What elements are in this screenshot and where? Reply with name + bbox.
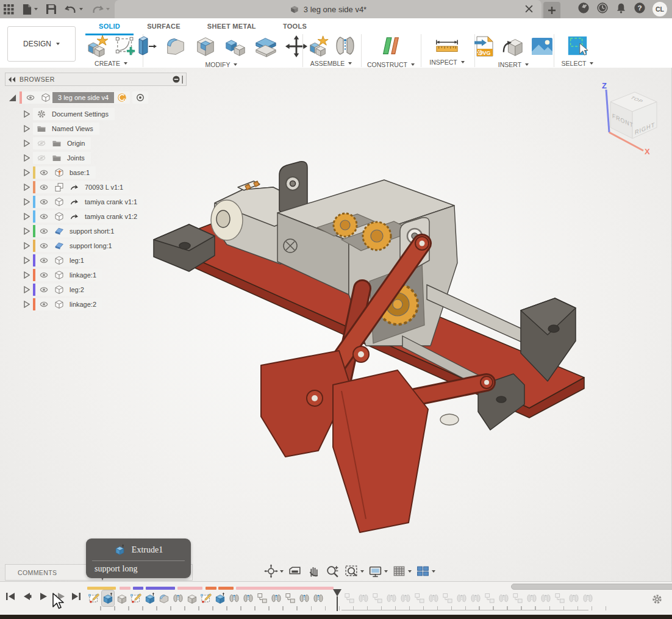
offset-face-icon[interactable] [254,35,278,60]
tree-row[interactable]: support long:1 [5,238,187,253]
node-label[interactable]: support short:1 [70,227,114,235]
tree-row[interactable]: linkage:1 [5,268,187,282]
timeline-feature-suppressed[interactable] [371,590,384,606]
node-label[interactable]: linkage:1 [70,271,96,279]
tree-row[interactable]: Joints [5,151,187,165]
timeline-feature[interactable] [312,590,324,606]
expand-arrow-icon[interactable] [21,140,33,147]
inspect-group-label[interactable]: INSPECT [429,59,465,67]
timeline-feature-suppressed[interactable] [582,590,594,606]
node-label[interactable]: tamiya crank v1:2 [85,213,137,220]
view-cube[interactable]: TOP FRONT RIGHT Z X [592,79,670,156]
notifications-bell-icon[interactable] [615,2,627,16]
visibility-eye-icon[interactable] [37,270,51,281]
expand-arrow-icon[interactable] [21,271,33,279]
root-component-name[interactable]: 3 leg one side v4 [52,92,114,103]
timeline-feature-suppressed[interactable] [498,590,510,606]
visibility-eye-icon[interactable] [37,284,51,295]
expand-arrow-icon[interactable] [21,301,33,308]
create-group-label[interactable]: CREATE [95,60,127,68]
save-button[interactable] [46,4,56,14]
extensions-icon[interactable] [577,2,590,16]
tree-row[interactable]: support short:1 [5,224,187,238]
visibility-eye-icon[interactable] [37,226,51,237]
chevron-down-icon[interactable] [280,570,284,573]
activate-component-radio-icon[interactable] [134,92,147,103]
avatar[interactable]: CL [652,2,667,16]
timeline-feature[interactable] [270,590,282,606]
timeline-feature[interactable] [228,590,240,606]
ribbon-tab[interactable]: TOOLS [270,20,320,35]
insert-derive-icon[interactable] [501,35,524,60]
browser-header[interactable]: BROWSER [5,73,187,86]
expand-arrow-icon[interactable] [21,125,33,132]
visibility-eye-icon[interactable] [37,211,51,222]
timeline-feature[interactable] [88,590,100,606]
timeline-feature-suppressed[interactable] [540,590,552,606]
ribbon-tab[interactable]: SURFACE [134,20,194,35]
expand-arrow-icon[interactable] [21,154,33,162]
close-tab-icon[interactable] [524,4,534,14]
help-icon[interactable]: ? [634,2,646,16]
visibility-eye-icon[interactable] [37,182,51,193]
node-label[interactable]: 70093 L v1:1 [85,184,123,191]
timeline-feature-suppressed[interactable] [413,590,426,606]
timeline-feature[interactable] [214,590,226,606]
play-button[interactable] [38,591,49,602]
ribbon-tab[interactable]: SHEET METAL [194,20,270,35]
update-status-badge-icon[interactable] [115,92,129,103]
insert-canvas-icon[interactable] [531,37,554,59]
tree-row[interactable]: 70093 L v1:1 [5,180,187,195]
chevron-down-icon[interactable] [360,570,364,573]
tree-root-row[interactable]: 3 leg one side v4 [5,90,187,105]
tree-row[interactable]: tamiya crank v1:1 [5,195,187,209]
visibility-eye-icon[interactable] [35,138,48,149]
visibility-eye-icon[interactable] [37,167,51,178]
go-to-end-button[interactable] [71,591,82,602]
collapse-panel-icon[interactable] [8,76,16,83]
node-label[interactable]: base:1 [70,169,90,176]
chevron-down-icon[interactable] [408,570,412,573]
redo-button[interactable] [91,5,110,14]
timeline-feature-suppressed[interactable] [357,590,370,606]
timeline-feature-suppressed[interactable] [526,590,538,606]
timeline-feature-suppressed[interactable] [456,590,468,606]
visibility-eye-icon[interactable] [37,196,51,207]
expand-arrow-icon[interactable] [21,257,33,264]
press-pull-icon[interactable] [135,34,157,61]
fillet-icon[interactable] [164,35,187,60]
tree-row[interactable]: leg:1 [5,253,187,268]
timeline-feature[interactable] [186,590,198,606]
timeline-feature-suppressed[interactable] [343,590,356,606]
select-group-label[interactable]: SELECT [562,60,594,68]
tree-row[interactable]: base:1 [5,165,187,180]
measure-icon[interactable] [434,35,460,58]
timeline-feature[interactable] [130,590,142,606]
undo-button[interactable] [65,5,83,14]
tree-row[interactable]: linkage:2 [5,297,187,312]
timeline-feature[interactable] [144,590,156,606]
node-label[interactable]: Named Views [52,125,93,132]
timeline-feature-suppressed[interactable] [554,590,566,606]
tree-row[interactable]: tamiya crank v1:2 [5,209,187,224]
construct-plane-icon[interactable] [379,34,403,61]
timeline-feature-suppressed[interactable] [484,590,496,606]
expand-arrow-icon[interactable] [21,169,33,176]
viewports-tool[interactable] [414,563,437,579]
visibility-eye-icon[interactable] [37,240,51,251]
shell-icon[interactable] [194,35,217,60]
hide-panel-icon[interactable] [172,75,181,84]
document-tab[interactable]: 3 leg one side v4* [115,0,542,18]
timeline-feature[interactable] [116,590,128,606]
workspace-switcher[interactable]: DESIGN [7,26,76,62]
expand-arrow-icon[interactable] [21,213,33,220]
assemble-group-label[interactable]: ASSEMBLE [310,60,352,68]
new-solid-icon[interactable] [85,34,109,60]
timeline-feature[interactable] [284,590,296,606]
create-sketch-icon[interactable] [114,34,137,60]
expand-arrow-icon[interactable] [21,286,33,293]
display-settings-tool[interactable] [366,563,389,579]
expand-arrow-icon[interactable] [21,110,33,118]
chevron-down-icon[interactable] [384,570,388,573]
timeline-feature-suppressed[interactable] [512,590,524,606]
